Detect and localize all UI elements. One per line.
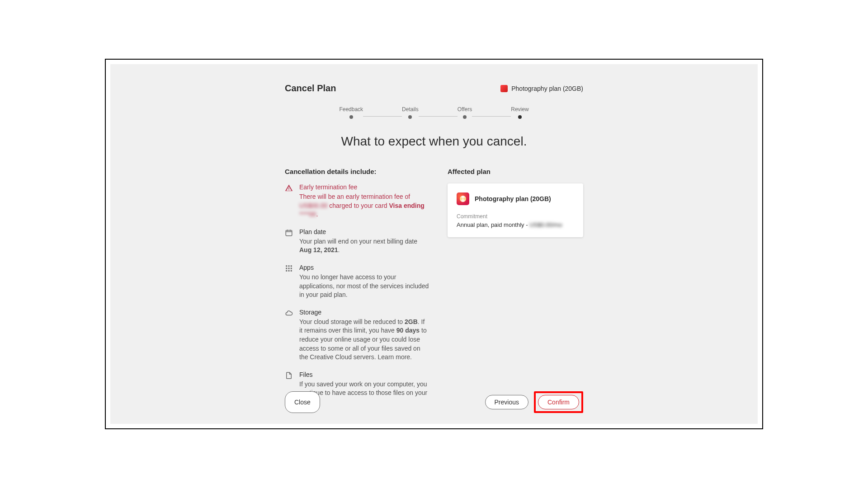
calendar-icon: [285, 229, 293, 237]
detail-early-termination: Early termination fee There will be an e…: [285, 183, 429, 219]
plan-card-header: Photography plan (20GB): [457, 192, 574, 205]
svg-rect-4: [286, 267, 287, 269]
step-label: Feedback: [339, 106, 363, 113]
svg-rect-6: [291, 267, 292, 269]
affected-plan-column: Affected plan Photography plan (20GB) Co…: [448, 168, 583, 237]
file-icon: [285, 371, 293, 380]
step-dot-active: [518, 115, 522, 119]
content-area: Cancel Plan Photography plan (20GB) Feed…: [285, 64, 583, 416]
plan-card: Photography plan (20GB) Commitment Annua…: [448, 183, 583, 237]
cancellation-details-column: Cancellation details include: Early term…: [285, 168, 429, 416]
step-feedback: Feedback: [339, 106, 363, 119]
detail-text: Your plan will end on your next billing …: [299, 237, 429, 255]
step-dot: [463, 115, 467, 119]
creative-cloud-icon: [500, 85, 508, 92]
svg-rect-0: [286, 230, 292, 236]
detail-title: Early termination fee: [299, 183, 429, 191]
page-container: Cancel Plan Photography plan (20GB) Feed…: [110, 64, 758, 424]
step-offers: Offers: [458, 106, 472, 119]
previous-button[interactable]: Previous: [485, 395, 528, 409]
plan-tag: Photography plan (20GB): [500, 85, 583, 92]
svg-rect-2: [288, 265, 290, 267]
svg-rect-7: [286, 270, 287, 272]
detail-body: Apps You no longer have access to your a…: [299, 264, 429, 300]
footer: Close Previous Confirm: [110, 391, 758, 413]
step-line: [419, 116, 458, 117]
close-button[interactable]: Close: [285, 391, 320, 413]
step-label: Review: [511, 106, 528, 113]
commitment-value: Annual plan, paid monthly - US$0.00/mo: [457, 221, 574, 228]
warning-icon: [285, 184, 293, 192]
columns: Cancellation details include: Early term…: [285, 168, 583, 416]
detail-text: Your cloud storage will be reduced to 2G…: [299, 318, 429, 362]
svg-rect-1: [286, 265, 287, 267]
step-review: Review: [511, 106, 528, 119]
svg-rect-9: [291, 270, 292, 272]
confirm-button[interactable]: Confirm: [538, 395, 579, 409]
plan-tag-label: Photography plan (20GB): [511, 85, 583, 92]
creative-cloud-icon: [457, 192, 469, 205]
detail-body: Plan date Your plan will end on your nex…: [299, 228, 429, 255]
step-line: [363, 116, 402, 117]
footer-right: Previous Confirm: [485, 391, 583, 413]
affected-heading: Affected plan: [448, 168, 583, 175]
stepper: Feedback Details Offers Review: [285, 106, 583, 119]
detail-title: Apps: [299, 264, 429, 271]
step-dot: [349, 115, 353, 119]
step-label: Offers: [458, 106, 472, 113]
details-heading: Cancellation details include:: [285, 168, 429, 175]
commitment-label: Commitment: [457, 213, 574, 220]
page-title: Cancel Plan: [285, 83, 336, 94]
detail-storage: Storage Your cloud storage will be reduc…: [285, 309, 429, 362]
detail-title: Storage: [299, 309, 429, 316]
plan-card-title: Photography plan (20GB): [475, 195, 551, 202]
svg-rect-5: [288, 267, 290, 269]
svg-rect-8: [288, 270, 290, 272]
confirm-highlight: Confirm: [534, 391, 583, 413]
outer-frame: Cancel Plan Photography plan (20GB) Feed…: [105, 59, 763, 429]
step-dot: [408, 115, 412, 119]
learn-more-link[interactable]: Learn more.: [378, 353, 412, 361]
detail-title: Files: [299, 371, 429, 378]
step-details: Details: [402, 106, 419, 119]
detail-text: You no longer have access to your applic…: [299, 273, 429, 300]
detail-body: Storage Your cloud storage will be reduc…: [299, 309, 429, 362]
apps-icon: [285, 264, 293, 272]
headline: What to expect when you cancel.: [285, 134, 583, 149]
detail-text: There will be an early termination fee o…: [299, 192, 429, 219]
detail-apps: Apps You no longer have access to your a…: [285, 264, 429, 300]
header-row: Cancel Plan Photography plan (20GB): [285, 83, 583, 94]
step-label: Details: [402, 106, 419, 113]
detail-title: Plan date: [299, 228, 429, 235]
step-line: [472, 116, 511, 117]
detail-plan-date: Plan date Your plan will end on your nex…: [285, 228, 429, 255]
cloud-icon: [285, 309, 293, 317]
svg-rect-3: [291, 265, 292, 267]
detail-body: Early termination fee There will be an e…: [299, 183, 429, 219]
